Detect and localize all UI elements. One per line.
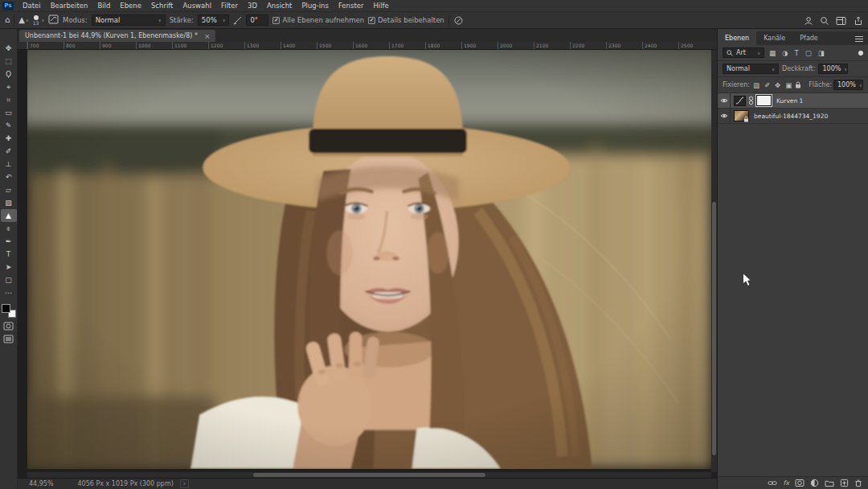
- menu-fenster[interactable]: Fenster: [334, 2, 368, 10]
- add-mask-icon[interactable]: [795, 479, 805, 487]
- filter-smart-objects-icon[interactable]: ◨: [817, 49, 826, 57]
- vertical-scrollbar[interactable]: [711, 50, 717, 472]
- eraser-tool[interactable]: ▱: [1, 183, 17, 196]
- checkbox-checked-icon: ✓: [368, 17, 375, 24]
- home-icon[interactable]: ⌂: [5, 15, 10, 25]
- blend-mode-select[interactable]: Normal ∨: [723, 64, 779, 74]
- crop-tool[interactable]: ⌗: [1, 93, 17, 106]
- frame-tool[interactable]: ▭: [1, 106, 17, 119]
- move-tool[interactable]: ✥: [1, 42, 17, 55]
- layers-panel-footer: fx: [718, 476, 868, 489]
- canvas-image-portrait[interactable]: [27, 50, 711, 469]
- layer-style-icon[interactable]: fx: [783, 479, 789, 487]
- filter-shape-layers-icon[interactable]: ▢: [804, 49, 813, 57]
- foreground-color-swatch[interactable]: [2, 304, 10, 313]
- fill-select[interactable]: 100% ∨: [833, 80, 863, 90]
- quick-mask-button[interactable]: [3, 322, 14, 331]
- pressure-icon[interactable]: [453, 15, 464, 26]
- lock-transparency-icon[interactable]: ▨: [751, 81, 761, 89]
- filter-pixel-layers-icon[interactable]: ▦: [768, 49, 777, 57]
- menu-bearbeiten[interactable]: Bearbeiten: [47, 2, 92, 10]
- screen-mode-button[interactable]: [3, 335, 14, 343]
- pen-tool[interactable]: ✒: [1, 235, 17, 248]
- mask-link-icon[interactable]: [748, 96, 754, 105]
- shape-tool[interactable]: ▢: [1, 273, 17, 286]
- brush-preview: 13: [33, 15, 39, 26]
- canvas-viewport[interactable]: [18, 50, 717, 478]
- adjustment-layer-icon[interactable]: [810, 479, 819, 487]
- path-selection-tool[interactable]: ➤: [1, 261, 17, 273]
- layer-name[interactable]: beautiful-1844734_1920: [754, 113, 828, 120]
- menu-auswahl[interactable]: Auswahl: [178, 2, 215, 10]
- menu-bild[interactable]: Bild: [93, 2, 114, 10]
- document-tab[interactable]: Unbenannt-1 bei 44,9% (Kurven 1, Ebenenm…: [19, 30, 215, 42]
- sharpen-tool[interactable]: ▲: [1, 209, 17, 222]
- visibility-toggle[interactable]: [718, 93, 731, 108]
- color-swatches[interactable]: [2, 304, 16, 318]
- object-selection-tool[interactable]: ⌖: [1, 80, 17, 93]
- horizontal-scrollbar[interactable]: [27, 472, 711, 478]
- menu-filter[interactable]: Filter: [217, 2, 242, 10]
- gradient-tool[interactable]: ▨: [1, 196, 17, 209]
- horizontal-scrollbar-thumb[interactable]: [253, 473, 485, 477]
- lock-position-icon[interactable]: ✥: [773, 81, 782, 89]
- ruler-tick: 2300: [606, 42, 642, 49]
- tab-kanaele[interactable]: Kanäle: [756, 31, 792, 45]
- workspace-switcher-icon[interactable]: [836, 16, 847, 26]
- image-layer-thumbnail[interactable]: [734, 110, 749, 121]
- healing-brush-tool[interactable]: ✚: [1, 132, 17, 145]
- lock-artboard-icon[interactable]: ▣: [784, 81, 793, 89]
- filter-toggle[interactable]: [858, 51, 863, 55]
- type-tool[interactable]: T: [1, 248, 17, 261]
- tab-pfade[interactable]: Pfade: [792, 31, 825, 45]
- layer-filter-select[interactable]: Art ∨: [723, 47, 764, 58]
- panel-menu-icon[interactable]: [855, 36, 863, 43]
- lock-pixels-icon[interactable]: ✐: [763, 81, 772, 89]
- new-layer-icon[interactable]: [840, 479, 849, 487]
- brush-tool[interactable]: ✐: [1, 145, 17, 158]
- eyedropper-tool[interactable]: ✎: [1, 119, 17, 132]
- zoom-level-field[interactable]: 44,95%: [29, 480, 54, 487]
- clone-stamp-tool[interactable]: ⊥: [1, 158, 17, 171]
- strength-select[interactable]: 50% ∨: [198, 14, 230, 26]
- filter-type-layers-icon[interactable]: T: [792, 49, 800, 57]
- new-group-icon[interactable]: [825, 479, 834, 487]
- link-layers-icon[interactable]: [768, 479, 777, 487]
- curves-adjustment-thumbnail[interactable]: [734, 96, 746, 106]
- menu-3d[interactable]: 3D: [244, 2, 261, 10]
- more-tools-button[interactable]: ⋯: [1, 286, 17, 299]
- protect-detail-checkbox[interactable]: ✓ Details beibehalten: [368, 16, 444, 24]
- vertical-scrollbar-thumb[interactable]: [712, 202, 716, 455]
- opacity-select[interactable]: 100% ∨: [818, 64, 848, 74]
- share-icon[interactable]: [854, 16, 863, 26]
- mode-select[interactable]: Normal ∨: [92, 14, 166, 26]
- sample-all-layers-checkbox[interactable]: ✓ Alle Ebenen aufnehmen: [272, 16, 364, 24]
- layer-row-photo[interactable]: beautiful-1844734_1920: [718, 109, 868, 124]
- menu-datei[interactable]: Datei: [18, 2, 45, 10]
- brush-settings-toggle[interactable]: [48, 14, 59, 26]
- tool-preset-picker[interactable]: ▲ ∨: [18, 15, 28, 25]
- search-icon[interactable]: [820, 16, 829, 26]
- menu-ebene[interactable]: Ebene: [116, 2, 145, 10]
- menu-ansicht[interactable]: Ansicht: [263, 2, 296, 10]
- dodge-tool[interactable]: ⌽: [1, 222, 17, 235]
- layer-mask-thumbnail[interactable]: [756, 95, 772, 106]
- brush-preset-picker[interactable]: 13 ∨: [33, 15, 44, 26]
- account-icon[interactable]: [804, 16, 813, 26]
- visibility-toggle[interactable]: [718, 109, 731, 123]
- status-options-chevron[interactable]: ›: [180, 479, 189, 488]
- history-brush-tool[interactable]: ↶: [1, 171, 17, 183]
- tab-ebenen[interactable]: Ebenen: [718, 31, 756, 45]
- menu-plugins[interactable]: Plug-ins: [297, 2, 333, 10]
- layer-row-kurven[interactable]: Kurven 1: [718, 93, 868, 109]
- delete-layer-icon[interactable]: [854, 479, 862, 487]
- filter-adjustment-layers-icon[interactable]: ◑: [780, 49, 789, 57]
- close-icon[interactable]: ×: [204, 32, 211, 40]
- menu-hilfe[interactable]: Hilfe: [369, 2, 392, 10]
- menu-schrift[interactable]: Schrift: [147, 2, 178, 10]
- lock-all-icon[interactable]: [795, 81, 801, 88]
- marquee-tool[interactable]: ⬚: [1, 55, 17, 68]
- layer-name[interactable]: Kurven 1: [776, 97, 803, 105]
- angle-field[interactable]: 0°: [246, 14, 268, 26]
- lasso-tool[interactable]: Ϙ: [1, 68, 17, 80]
